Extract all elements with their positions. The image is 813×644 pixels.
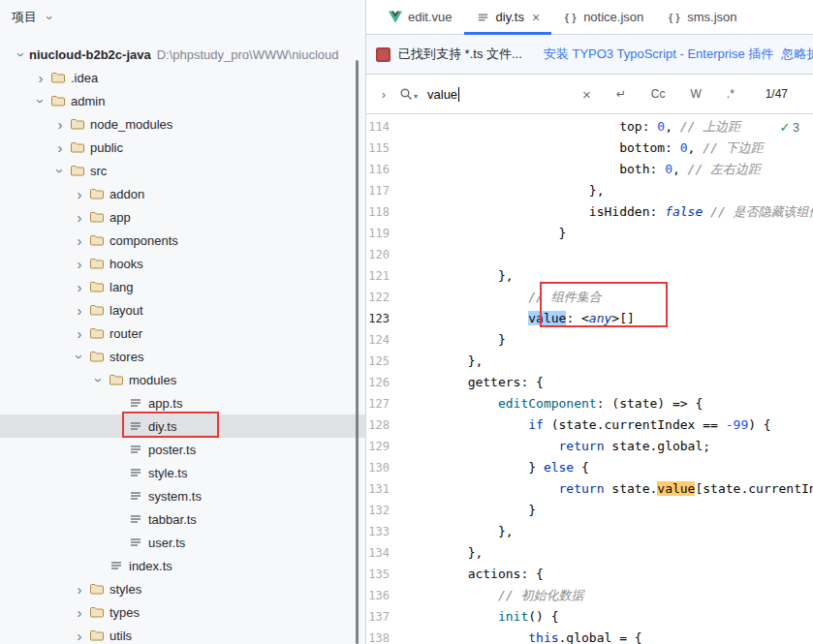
close-tab-icon[interactable]: × <box>532 10 540 25</box>
code-line-134[interactable]: 134 }, <box>366 542 813 564</box>
chevron-down-icon[interactable]: › <box>34 93 48 108</box>
code-line-138[interactable]: 138 this.global = { <box>366 628 813 644</box>
tree-item-src[interactable]: ›src <box>0 159 365 182</box>
code-line-121[interactable]: 121 }, <box>366 265 813 287</box>
clear-search-icon[interactable]: × <box>582 86 591 103</box>
code-line-133[interactable]: 133 }, <box>366 521 813 542</box>
ignore-extension-link[interactable]: 忽略扩 <box>781 46 813 63</box>
tree-item-app.ts[interactable]: app.ts <box>0 391 365 414</box>
tree-item-styles[interactable]: ›styles <box>0 577 365 600</box>
code-line-125[interactable]: 125 }, <box>366 351 813 372</box>
tree-item-poster.ts[interactable]: poster.ts <box>0 438 365 461</box>
chevron-right-icon[interactable]: › <box>72 233 87 248</box>
install-plugin-link[interactable]: 安装 TYPO3 TypoScript - Enterprise 插件 <box>544 46 773 63</box>
tab-notice.json[interactable]: { }notice.json <box>551 0 655 34</box>
tree-item-stores[interactable]: ›stores <box>0 345 365 368</box>
chevron-down-icon[interactable]: › <box>73 349 87 364</box>
tree-item-niucloud-b2b2c-java[interactable]: ›niucloud-b2b2c-javaD:\phpstudy_pro\WWW\… <box>0 43 365 66</box>
line-number[interactable]: 127 <box>366 393 407 414</box>
chevron-right-icon[interactable]: › <box>72 210 87 225</box>
code-line-114[interactable]: 114 top: 0, // 上边距 <box>366 116 813 138</box>
tree-scrollbar[interactable] <box>356 60 359 644</box>
code-line-136[interactable]: 136 // 初始化数据 <box>366 585 813 606</box>
tree-item-lang[interactable]: ›lang <box>0 275 365 298</box>
code-line-135[interactable]: 135 actions: { <box>366 564 813 585</box>
tree-item-addon[interactable]: ›addon <box>0 182 365 205</box>
tab-edit.vue[interactable]: edit.vue <box>376 0 464 34</box>
line-number[interactable]: 131 <box>366 478 407 500</box>
tab-diy.ts[interactable]: diy.ts× <box>464 0 552 34</box>
tree-item-hooks[interactable]: ›hooks <box>0 252 365 275</box>
line-number[interactable]: 117 <box>366 180 407 201</box>
chevron-down-icon[interactable]: › <box>15 46 29 62</box>
line-number[interactable]: 135 <box>366 564 407 585</box>
line-number[interactable]: 133 <box>366 521 407 542</box>
code-line-130[interactable]: 130 } else { <box>366 457 813 478</box>
match-case-toggle[interactable]: Cc <box>651 87 666 101</box>
code-line-116[interactable]: 116 both: 0, // 左右边距 <box>366 159 813 180</box>
chevron-right-icon[interactable]: › <box>72 303 87 318</box>
code-line-129[interactable]: 129 return state.global; <box>366 436 813 457</box>
tree-item-modules[interactable]: ›modules <box>0 368 365 391</box>
code-line-123[interactable]: 123 value: <any>[] <box>366 308 813 329</box>
tree-item-index.ts[interactable]: index.ts <box>0 554 365 577</box>
tree-item-.idea[interactable]: ›.idea <box>0 66 365 89</box>
tree-item-user.ts[interactable]: user.ts <box>0 531 365 554</box>
line-number[interactable]: 136 <box>366 585 407 606</box>
chevron-right-icon[interactable]: › <box>72 257 87 271</box>
tree-item-diy.ts[interactable]: diy.ts <box>0 414 365 438</box>
line-number[interactable]: 126 <box>366 372 407 393</box>
chevron-right-icon[interactable]: › <box>72 629 87 643</box>
line-number[interactable]: 124 <box>366 329 407 351</box>
code-line-120[interactable]: 120 <box>366 244 813 265</box>
chevron-right-icon[interactable]: › <box>72 280 87 294</box>
code-line-127[interactable]: 127 editComponent: (state) => { <box>366 393 813 414</box>
project-panel-header[interactable]: 项目 › <box>0 0 365 35</box>
line-number[interactable]: 132 <box>366 500 407 521</box>
line-number[interactable]: 115 <box>366 138 407 159</box>
tree-item-components[interactable]: ›components <box>0 229 365 252</box>
regex-toggle[interactable]: .* <box>727 87 735 101</box>
tree-item-admin[interactable]: ›admin <box>0 89 365 112</box>
newline-icon[interactable]: ↵ <box>616 87 626 101</box>
line-number[interactable]: 125 <box>366 351 407 372</box>
line-number[interactable]: 120 <box>366 244 407 265</box>
code-line-119[interactable]: 119 } <box>366 223 813 244</box>
code-line-115[interactable]: 115 bottom: 0, // 下边距 <box>366 138 813 159</box>
chevron-right-icon[interactable]: › <box>33 71 48 85</box>
line-number[interactable]: 114 <box>366 116 407 138</box>
tree-item-app[interactable]: ›app <box>0 205 365 229</box>
chevron-right-icon[interactable]: › <box>72 187 87 201</box>
tree-item-layout[interactable]: ›layout <box>0 298 365 322</box>
line-number[interactable]: 119 <box>366 223 407 244</box>
chevron-right-icon[interactable]: › <box>72 326 87 341</box>
tab-sms.json[interactable]: { }sms.json <box>655 0 748 34</box>
chevron-right-icon[interactable]: › <box>52 117 68 132</box>
code-line-122[interactable]: 122 // 组件集合 <box>366 287 813 308</box>
line-number[interactable]: 130 <box>366 457 407 478</box>
code-line-124[interactable]: 124 } <box>366 329 813 351</box>
code-line-118[interactable]: 118 isHidden: false // 是否隐藏该组件 <box>366 201 813 223</box>
code-line-131[interactable]: 131 return state.value[state.currentInde… <box>366 478 813 500</box>
chevron-right-icon[interactable]: › <box>72 582 87 597</box>
tree-item-router[interactable]: ›router <box>0 322 365 345</box>
tree-item-node_modules[interactable]: ›node_modules <box>0 112 365 136</box>
line-number[interactable]: 128 <box>366 414 407 436</box>
line-number[interactable]: 116 <box>366 159 407 180</box>
tree-item-tabbar.ts[interactable]: tabbar.ts <box>0 507 365 531</box>
code-line-132[interactable]: 132 } <box>366 500 813 521</box>
chevron-down-icon[interactable]: › <box>53 163 68 178</box>
tree-item-utils[interactable]: ›utils <box>0 624 365 644</box>
tree-item-style.ts[interactable]: style.ts <box>0 461 365 484</box>
line-number[interactable]: 137 <box>366 606 407 628</box>
chevron-down-icon[interactable]: › <box>92 372 107 387</box>
search-icon[interactable]: ▾ <box>399 87 418 101</box>
line-number[interactable]: 118 <box>366 201 407 223</box>
expand-replace-icon[interactable]: › <box>376 88 391 101</box>
code-line-126[interactable]: 126 getters: { <box>366 372 813 393</box>
inspection-widget[interactable]: ✓ 3 <box>779 120 799 135</box>
whole-words-toggle[interactable]: W <box>691 87 702 101</box>
line-number[interactable]: 129 <box>366 436 407 457</box>
line-number[interactable]: 122 <box>366 287 407 308</box>
line-number[interactable]: 134 <box>366 542 407 564</box>
